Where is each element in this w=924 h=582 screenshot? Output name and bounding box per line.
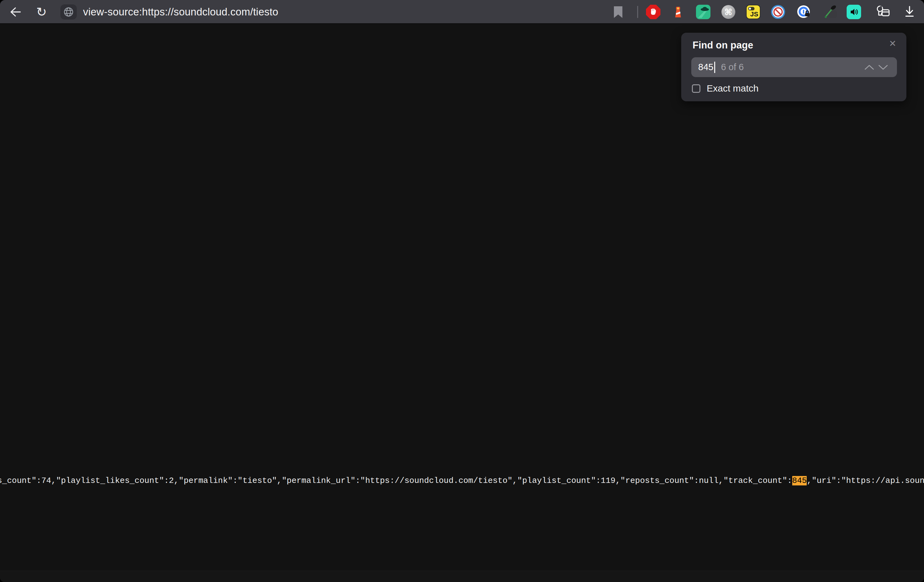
match-count: 6 of 6 (721, 62, 744, 72)
command-icon: ⌘ (721, 5, 735, 19)
site-identity-chip[interactable] (60, 4, 77, 20)
highlighted-match: 845 (792, 476, 807, 485)
exact-match-label: Exact match (707, 83, 759, 94)
extension-ufo[interactable] (696, 5, 710, 19)
extension-javascript-toggle[interactable]: JS (746, 5, 761, 19)
download-icon (902, 5, 917, 19)
ufo-icon (696, 5, 710, 19)
page-source-line: s_count":74,"playlist_likes_count":2,"pe… (0, 475, 924, 486)
exact-match-checkbox[interactable] (692, 84, 700, 93)
extension-tab-copy[interactable] (875, 5, 891, 19)
downloads-button[interactable] (902, 5, 917, 19)
reload-icon: ↻ (36, 5, 47, 19)
stop-hand-icon (646, 5, 660, 19)
onepassword-icon (797, 5, 811, 19)
back-button[interactable] (8, 5, 22, 19)
toggle-icon (748, 7, 754, 10)
toolbar-divider (637, 6, 638, 18)
bookmark-icon[interactable] (614, 6, 622, 18)
find-panel-title: Find on page (693, 40, 753, 51)
extension-userscripts[interactable] (824, 5, 838, 19)
extension-blocker[interactable] (771, 5, 785, 19)
reload-button[interactable]: ↻ (35, 5, 48, 19)
extension-onepassword[interactable] (797, 5, 811, 19)
browser-toolbar: ↻ view-source:https://soundcloud.com/tie… (0, 0, 924, 24)
find-on-page-panel: Find on page ✕ 845 6 of 6 Exact match (681, 33, 906, 101)
chevron-up-icon (864, 64, 874, 70)
eyedropper-icon (824, 5, 838, 19)
close-icon[interactable]: ✕ (888, 37, 898, 50)
browser-window: ↻ view-source:https://soundcloud.com/tie… (0, 0, 924, 582)
key-window-icon (875, 5, 890, 19)
source-text: s_count":74,"playlist_likes_count":2,"pe… (0, 475, 924, 486)
extension-shortcuts[interactable]: ⌘ (721, 5, 736, 19)
source-after-match: ,"uri":"https://api.soun (807, 476, 924, 485)
next-match-button[interactable] (876, 61, 890, 74)
previous-match-button[interactable] (862, 61, 876, 74)
horizontal-scrollbar-track[interactable] (0, 570, 924, 582)
text-caret (714, 62, 715, 73)
globe-icon (63, 7, 74, 17)
lighthouse-icon (672, 5, 685, 18)
speaker-icon (846, 5, 861, 19)
find-query-text: 845 (698, 62, 713, 72)
source-before-match: s_count":74,"playlist_likes_count":2,"pe… (0, 476, 792, 485)
back-arrow-icon (8, 5, 22, 19)
ban-icon (771, 5, 785, 19)
exact-match-option[interactable]: Exact match (692, 83, 759, 94)
extension-lighthouse[interactable] (671, 5, 685, 19)
chevron-down-icon (878, 64, 888, 70)
extension-volume[interactable] (846, 5, 861, 19)
js-label: JS (750, 10, 758, 18)
extension-content-blocker[interactable] (646, 5, 660, 19)
find-search-input[interactable]: 845 6 of 6 (691, 57, 897, 77)
js-toggle-icon: JS (746, 5, 761, 19)
address-bar[interactable]: view-source:https://soundcloud.com/tiest… (83, 0, 278, 24)
